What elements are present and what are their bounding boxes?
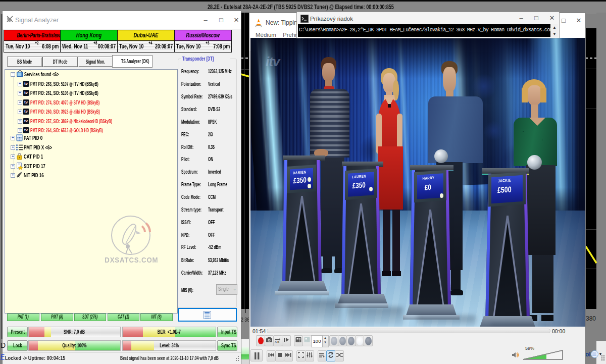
svg-text:A B: A B <box>275 340 279 343</box>
